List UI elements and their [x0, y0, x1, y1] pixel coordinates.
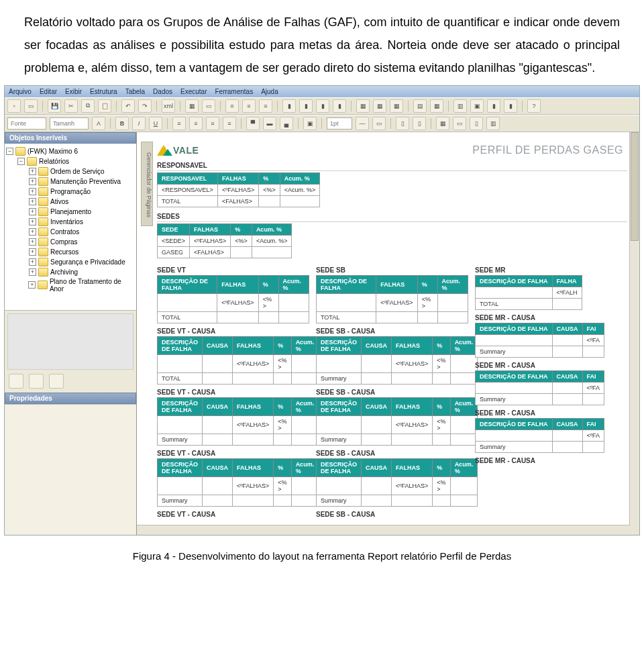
paste-icon[interactable]: 📋 — [98, 99, 111, 113]
expand-icon[interactable]: + — [29, 248, 36, 256]
fill-icon[interactable]: ▣ — [303, 117, 317, 130]
chart2-icon[interactable]: ▮ — [504, 99, 517, 113]
redo-icon[interactable]: ↷ — [138, 99, 152, 113]
tree-node[interactable]: − Relatórios — [6, 156, 135, 166]
menu-item[interactable]: Estrutura — [90, 88, 117, 95]
valign-icon[interactable]: ▄ — [280, 117, 293, 130]
properties-area[interactable] — [5, 404, 136, 535]
align-icon[interactable]: ≡ — [172, 117, 186, 130]
collapse-icon[interactable]: − — [6, 148, 13, 155]
cols-icon[interactable]: ▥ — [486, 117, 500, 130]
align-icon[interactable]: ≡ — [206, 117, 219, 130]
undo-icon[interactable]: ↶ — [121, 99, 135, 113]
zoom-icon[interactable]: ▤ — [413, 99, 427, 113]
box-icon[interactable]: ▭ — [202, 99, 215, 113]
app-window: Arquivo Editar Exibir Estrutura Tabela D… — [4, 85, 640, 536]
help-icon[interactable]: ? — [527, 99, 541, 113]
tree-item[interactable]: +Planejamento — [6, 207, 135, 217]
horizontal-scrollbar[interactable] — [137, 525, 630, 535]
expand-icon[interactable]: + — [29, 208, 36, 215]
menu-item[interactable]: Ajuda — [261, 88, 278, 95]
tree-root[interactable]: − (FWK) Maximo 6 — [6, 146, 135, 156]
chart-icon[interactable]: ▮ — [299, 99, 313, 113]
valign-icon[interactable]: ▬ — [263, 117, 276, 130]
align-right-icon[interactable]: ≡ — [259, 99, 272, 113]
book-icon[interactable]: ▥ — [453, 99, 467, 113]
menu-item[interactable]: Executar — [180, 88, 207, 95]
xml-icon[interactable]: xml — [162, 99, 175, 113]
merge-icon[interactable]: ▭ — [453, 117, 466, 130]
align-icon[interactable]: ≡ — [189, 117, 203, 130]
linewidth-field[interactable]: 1pt — [327, 117, 352, 130]
line-icon[interactable]: — — [356, 117, 369, 130]
chart-icon[interactable]: ▮ — [333, 99, 346, 113]
img-icon[interactable]: ▦ — [356, 99, 370, 113]
eye-icon[interactable]: ▣ — [470, 99, 484, 113]
expand-icon[interactable]: + — [29, 188, 36, 195]
menu-item[interactable]: Dados — [153, 88, 172, 95]
tree-secondary[interactable] — [7, 313, 133, 370]
chart2-icon[interactable]: ▮ — [487, 99, 500, 113]
font-selector[interactable]: Fonte — [7, 117, 46, 130]
expand-icon[interactable]: + — [29, 258, 36, 266]
tree-item[interactable]: +Programação — [6, 187, 135, 197]
tree-item[interactable]: +Ordem de Serviço — [6, 166, 135, 176]
size-selector[interactable]: Tamanh — [50, 117, 89, 130]
split-icon[interactable]: ▯ — [470, 117, 483, 130]
underline-icon[interactable]: U — [149, 117, 162, 130]
expand-icon[interactable]: + — [29, 228, 36, 236]
align-left-icon[interactable]: ≡ — [225, 99, 239, 113]
chart-icon[interactable]: ▮ — [316, 99, 329, 113]
menu-item[interactable]: Arquivo — [9, 88, 32, 95]
text-color-icon[interactable]: A — [92, 117, 105, 130]
expand-icon[interactable]: + — [29, 168, 36, 175]
tree-label: Inventários — [50, 218, 83, 225]
border-icon[interactable]: ▯ — [396, 117, 409, 130]
zoom-icon[interactable]: ▦ — [430, 99, 443, 113]
page-manager-tab[interactable]: Gerenciador de Páginas — [141, 142, 153, 226]
new-icon[interactable]: ▫ — [7, 99, 21, 113]
expand-icon[interactable]: + — [29, 238, 36, 246]
cut-icon[interactable]: ✂ — [64, 99, 78, 113]
border-icon[interactable]: ▯ — [413, 117, 426, 130]
expand-icon[interactable]: + — [29, 198, 36, 205]
expand-icon[interactable]: + — [29, 178, 36, 185]
bold-icon[interactable]: B — [115, 117, 129, 130]
design-canvas[interactable]: Gerenciador de Páginas VALE PERFIL DE PE… — [137, 132, 639, 535]
italic-icon[interactable]: I — [132, 117, 146, 130]
expand-icon[interactable]: + — [29, 268, 36, 276]
tree-item[interactable]: +Segurança e Privacidade — [6, 257, 135, 267]
expand-icon[interactable]: + — [29, 218, 36, 225]
tree-item[interactable]: +Archiving — [6, 267, 135, 277]
tool-icon[interactable] — [49, 374, 64, 389]
table-icon[interactable]: ▦ — [185, 99, 199, 113]
grid-icon[interactable]: ▦ — [436, 117, 449, 130]
collapse-icon[interactable]: − — [17, 158, 25, 165]
align-center-icon[interactable]: ≡ — [242, 99, 256, 113]
object-tree[interactable]: − (FWK) Maximo 6 − Relatórios +Ordem de … — [5, 144, 136, 311]
open-icon[interactable]: ▭ — [24, 99, 38, 113]
border-icon[interactable]: ▭ — [372, 117, 386, 130]
menu-item[interactable]: Ferramentas — [215, 88, 253, 95]
tool-icon[interactable] — [9, 374, 23, 389]
img-icon[interactable]: ▦ — [373, 99, 386, 113]
tree-item[interactable]: +Inventários — [6, 217, 135, 227]
tree-item[interactable]: +Compras — [6, 237, 135, 247]
menu-item[interactable]: Exibir — [65, 88, 82, 95]
chart-icon[interactable]: ▮ — [282, 99, 296, 113]
tree-item[interactable]: +Contratos — [6, 227, 135, 237]
tree-item[interactable]: +Ativos — [6, 197, 135, 207]
tree-item[interactable]: +Manutenção Preventiva — [6, 176, 135, 187]
tree-item[interactable]: +Recursos — [6, 247, 135, 257]
valign-icon[interactable]: ▀ — [246, 117, 260, 130]
tool-icon[interactable] — [29, 374, 44, 389]
menu-item[interactable]: Editar — [40, 88, 57, 95]
save-icon[interactable]: 💾 — [48, 99, 61, 113]
menu-item[interactable]: Tabela — [125, 88, 145, 95]
img-icon[interactable]: ▦ — [390, 99, 403, 113]
expand-icon[interactable]: + — [28, 281, 36, 289]
tree-item[interactable]: +Plano de Tratamento de Anor — [6, 277, 135, 293]
align-icon[interactable]: ≡ — [223, 117, 236, 130]
copy-icon[interactable]: ⧉ — [81, 99, 95, 113]
vertical-scrollbar[interactable] — [629, 132, 639, 535]
